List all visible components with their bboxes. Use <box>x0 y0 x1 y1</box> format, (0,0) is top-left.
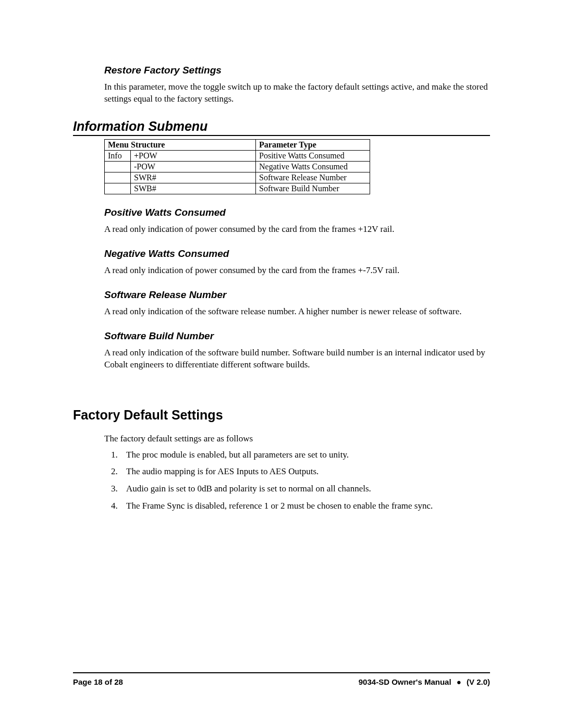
heading-sw-release: Software Release Number <box>104 289 490 301</box>
cell-param: Negative Watts Consumed <box>256 161 370 172</box>
th-parameter-type: Parameter Type <box>256 139 370 150</box>
para-positive-watts: A read only indication of power consumed… <box>104 224 490 236</box>
th-menu-structure: Menu Structure <box>105 139 256 150</box>
cell-code: -POW <box>131 161 256 172</box>
footer-version: (V 2.0) <box>467 677 490 686</box>
footer-manual-title: 9034-SD Owner's Manual <box>359 677 451 686</box>
footer-rule <box>73 672 490 673</box>
para-negative-watts: A read only indication of power consumed… <box>104 265 490 277</box>
heading-positive-watts: Positive Watts Consumed <box>104 207 490 218</box>
para-sw-build: A read only indication of the software b… <box>104 347 490 371</box>
table-row: SWB# Software Build Number <box>105 183 370 194</box>
list-item: The audio mapping is for AES Inputs to A… <box>120 466 490 478</box>
heading-information-submenu: Information Submenu <box>73 119 490 136</box>
table-row: SWR# Software Release Number <box>105 172 370 183</box>
cell-menu: Info <box>105 150 131 161</box>
table-information-submenu: Menu Structure Parameter Type Info +POW … <box>104 139 370 194</box>
heading-restore-factory-settings: Restore Factory Settings <box>104 65 490 76</box>
bullet-icon: ● <box>457 677 461 686</box>
list-item: The proc module is enabled, but all para… <box>120 449 490 461</box>
para-restore-body: In this parameter, move the toggle switc… <box>104 81 490 105</box>
list-factory-defaults: The proc module is enabled, but all para… <box>120 449 490 513</box>
para-sw-release: A read only indication of the software r… <box>104 306 490 318</box>
heading-sw-build: Software Build Number <box>104 330 490 342</box>
heading-negative-watts: Negative Watts Consumed <box>104 248 490 260</box>
cell-menu <box>105 183 131 194</box>
list-item: The Frame Sync is disabled, reference 1 … <box>120 500 490 512</box>
cell-param: Software Release Number <box>256 172 370 183</box>
heading-factory-default-settings: Factory Default Settings <box>73 408 490 423</box>
footer-right: 9034-SD Owner's Manual ● (V 2.0) <box>359 677 490 686</box>
table-row: Info +POW Positive Watts Consumed <box>105 150 370 161</box>
cell-menu <box>105 161 131 172</box>
cell-code: SWB# <box>131 183 256 194</box>
cell-param: Positive Watts Consumed <box>256 150 370 161</box>
list-item: Audio gain is set to 0dB and polarity is… <box>120 483 490 495</box>
para-factory-intro: The factory default settings are as foll… <box>104 433 490 445</box>
cell-code: +POW <box>131 150 256 161</box>
cell-code: SWR# <box>131 172 256 183</box>
cell-param: Software Build Number <box>256 183 370 194</box>
page-footer: Page 18 of 28 9034-SD Owner's Manual ● (… <box>73 672 490 686</box>
cell-menu <box>105 172 131 183</box>
footer-page-number: Page 18 of 28 <box>73 677 123 686</box>
table-row: -POW Negative Watts Consumed <box>105 161 370 172</box>
